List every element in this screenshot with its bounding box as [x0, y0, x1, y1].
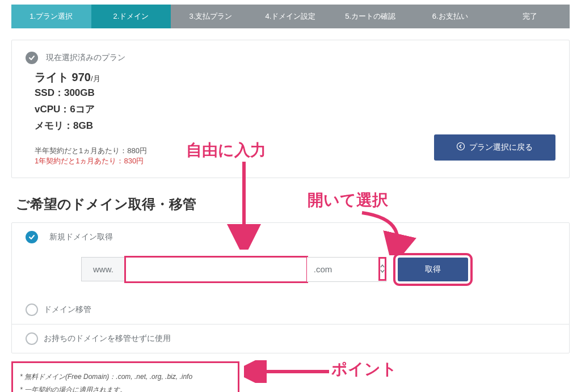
spec-ssd: SSD：300GB — [35, 85, 555, 102]
back-to-plan-button[interactable]: プラン選択に戻る — [434, 134, 555, 161]
step-4: 4.ドメイン設定 — [251, 5, 331, 28]
tld-value: .com — [314, 264, 332, 274]
selected-plan-card: 現在選択済みのプラン ライト 970/月 SSD：300GB vCPU：6コア … — [11, 40, 570, 178]
spec-cpu: vCPU：6コア — [35, 102, 555, 118]
domain-search-row: www. .com 取得 — [12, 251, 569, 296]
radio-transfer[interactable] — [26, 304, 38, 316]
domain-section-title: ご希望のドメイン取得・移管 — [16, 195, 570, 213]
new-domain-label: 新規ドメイン取得 — [49, 232, 113, 242]
keep-domain-row[interactable]: お持ちのドメインを移管せずに使用 — [12, 324, 569, 353]
step-5: 5.カートの確認 — [330, 5, 410, 28]
new-domain-row[interactable]: 新規ドメイン取得 — [12, 223, 569, 251]
radio-new-domain[interactable] — [26, 231, 38, 243]
step-1[interactable]: 1.プラン選択 — [11, 5, 91, 28]
arrow-select-icon — [356, 210, 436, 255]
arrow-input-icon — [227, 159, 261, 250]
progress-steps: 1.プラン選択 2.ドメイン 3.支払プラン 4.ドメイン設定 5.カートの確認… — [11, 5, 570, 28]
www-prefix: www. — [81, 257, 125, 281]
plan-name-line: ライト 970/月 — [35, 70, 555, 85]
step-6: 6.お支払い — [410, 5, 490, 28]
annotation-input: 自由に入力 — [186, 140, 266, 161]
radio-keep[interactable] — [26, 332, 38, 345]
free-domain-notes: * 無料ドメイン(Free Domain)：.com, .net, .org, … — [11, 361, 239, 392]
plan-current-label: 現在選択済みのプラン — [46, 53, 125, 62]
check-icon — [26, 52, 38, 64]
svg-point-0 — [457, 143, 465, 150]
arrow-left-icon — [457, 142, 465, 152]
step-7: 完了 — [490, 5, 570, 28]
get-domain-button[interactable]: 取得 — [398, 258, 468, 281]
keep-label: お持ちのドメインを移管せずに使用 — [44, 334, 171, 344]
transfer-domain-row[interactable]: ドメイン移管 — [12, 296, 569, 324]
transfer-label: ドメイン移管 — [44, 305, 91, 315]
back-button-label: プラン選択に戻る — [469, 142, 533, 153]
domain-options-block: 新規ドメイン取得 www. .com 取得 ドメイン移管 お持ちのドメインを移管… — [11, 222, 570, 353]
spec-memory: メモリ：8GB — [35, 118, 555, 134]
step-3: 3.支払プラン — [171, 5, 251, 28]
annotation-select: 開いて選択 — [308, 189, 388, 211]
step-2[interactable]: 2.ドメイン — [91, 5, 171, 28]
select-arrows-icon — [378, 257, 386, 281]
note-line-2: * 一年契約の場合に適用されます。 — [20, 385, 231, 392]
arrow-point-icon — [244, 360, 335, 383]
domain-name-input[interactable] — [125, 257, 307, 282]
annotation-point: ポイント — [331, 359, 397, 380]
note-line-1: * 無料ドメイン(Free Domain)：.com, .net, .org, … — [20, 372, 231, 382]
tld-select[interactable]: .com — [307, 257, 386, 282]
